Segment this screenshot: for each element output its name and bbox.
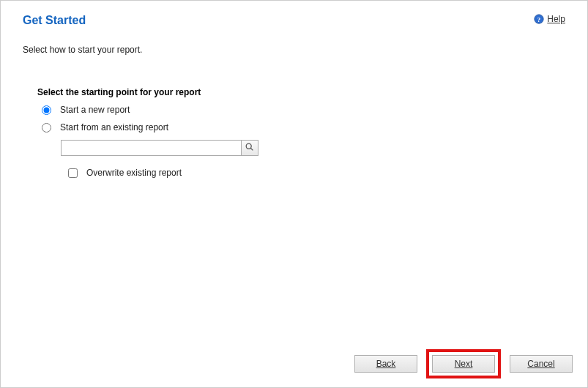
page-title: Get Started [23,14,86,27]
section-heading: Select the starting point for your repor… [37,87,587,97]
existing-report-path-input[interactable] [61,140,241,156]
svg-point-2 [246,143,251,149]
radio-new-report-label: Start a new report [60,105,130,115]
wizard-header: Get Started ? Help [1,1,587,27]
radio-existing-report-label: Start from an existing report [60,122,168,133]
help-label: Help [547,14,565,24]
existing-report-input-row [61,140,258,156]
overwrite-label: Overwrite existing report [86,168,182,178]
overwrite-row: Overwrite existing report [68,168,587,178]
next-button-highlight: Next [426,349,501,378]
radio-new-report[interactable] [42,105,51,115]
radio-row-new-report: Start a new report [37,105,587,115]
help-icon: ? [534,14,544,24]
overwrite-checkbox[interactable] [68,168,78,178]
cancel-button[interactable]: Cancel [510,355,573,373]
radio-existing-report[interactable] [42,123,51,133]
starting-point-section: Select the starting point for your repor… [1,55,587,178]
wizard-footer: Back Next Cancel [354,349,573,378]
radio-row-existing-report: Start from an existing report [37,122,587,133]
instruction-text: Select how to start your report. [1,27,587,55]
help-link[interactable]: ? Help [534,14,565,24]
back-button[interactable]: Back [354,355,417,373]
svg-line-3 [250,148,253,150]
svg-text:?: ? [537,16,540,23]
browse-button[interactable] [241,140,258,156]
next-button[interactable]: Next [432,355,495,373]
search-icon [245,142,255,154]
